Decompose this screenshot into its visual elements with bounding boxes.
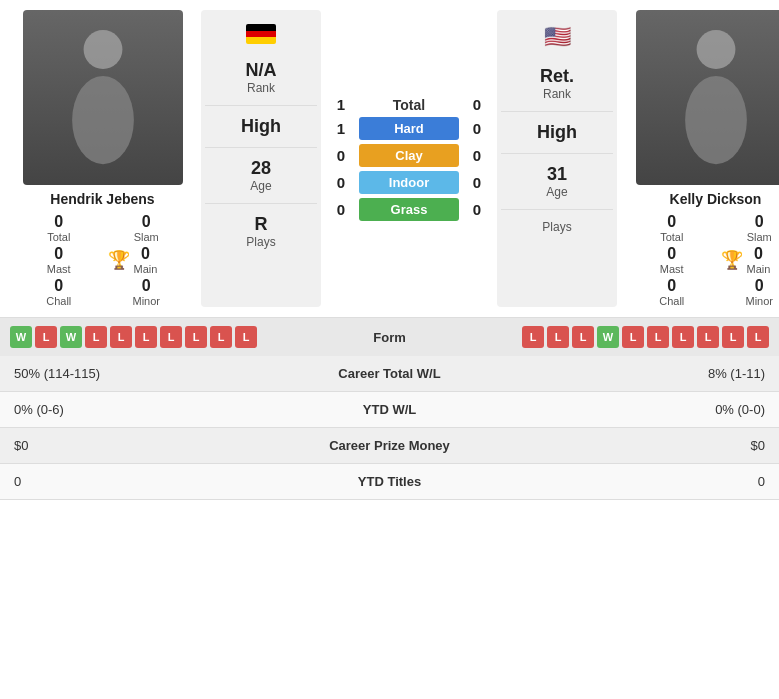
clay-right: 0 [467, 147, 487, 164]
stat-right-val: $0 [522, 428, 779, 464]
player1-plays-val: R [209, 214, 313, 235]
player2-main-val: 0 [754, 245, 763, 263]
player1-trophy-icon: 🏆 [108, 249, 130, 271]
form-badge-p2: L [647, 326, 669, 348]
form-badge-p1: L [185, 326, 207, 348]
player2-name: Kelly Dickson [670, 191, 762, 207]
grass-right: 0 [467, 201, 487, 218]
stat-center-label: Career Prize Money [257, 428, 522, 464]
player2-total-val: 0 [667, 213, 676, 231]
player2-trophy-icon: 🏆 [721, 249, 743, 271]
player2-age-block: 31 Age [501, 154, 613, 210]
stat-center-label: Career Total W/L [257, 356, 522, 392]
player1-total-val: 0 [54, 213, 63, 231]
player2-high-val: High [505, 122, 609, 143]
form-badge-p1: L [135, 326, 157, 348]
stats-row: $0Career Prize Money$0 [0, 428, 779, 464]
stat-center-label: YTD W/L [257, 392, 522, 428]
clay-badge: Clay [359, 144, 459, 167]
form-label: Form [340, 330, 440, 345]
player2-chall-val: 0 [667, 277, 676, 295]
clay-row: 0 Clay 0 [331, 144, 487, 167]
form-badge-p2: L [747, 326, 769, 348]
svg-point-1 [72, 75, 134, 163]
player2-plays-label: Plays [505, 220, 609, 234]
player1-main-label: Main [134, 263, 158, 275]
grass-left: 0 [331, 201, 351, 218]
indoor-left: 0 [331, 174, 351, 191]
player2-mast-val: 0 [667, 245, 676, 263]
hard-row: 1 Hard 0 [331, 117, 487, 140]
player1-rank-block: N/A Rank [205, 50, 317, 106]
form-badge-p2: L [572, 326, 594, 348]
stat-left-val: 50% (114-115) [0, 356, 257, 392]
player1-stats: 0 Total 0 Slam 0 Mast 🏆 0 Main [10, 213, 195, 307]
player1-name: Hendrik Jebens [50, 191, 154, 207]
form-badge-p2: L [622, 326, 644, 348]
form-badge-p1: L [235, 326, 257, 348]
stats-row: 0% (0-6)YTD W/L0% (0-0) [0, 392, 779, 428]
player1-total-label: Total [47, 231, 70, 243]
player2-rank-block: Ret. Rank [501, 56, 613, 112]
player2-chall-label: Chall [659, 295, 684, 307]
player2-main-label: Main [747, 263, 771, 275]
hard-badge: Hard [359, 117, 459, 140]
form-badge-p2: W [597, 326, 619, 348]
player1-age-val: 28 [209, 158, 313, 179]
total-row: 1 Total 0 [331, 96, 487, 113]
player1-age-block: 28 Age [205, 148, 317, 204]
comparison-section: Hendrik Jebens 0 Total 0 Slam 0 Mast 🏆 [0, 0, 779, 317]
total-left: 1 [331, 96, 351, 113]
player1-rank-val: N/A [209, 60, 313, 81]
player1-age-label: Age [209, 179, 313, 193]
form-badge-p1: L [85, 326, 107, 348]
player2-plays-block: Plays [501, 210, 613, 244]
form-badge-p2: L [722, 326, 744, 348]
player2-high-block: High [501, 112, 613, 154]
player2-age-val: 31 [505, 164, 609, 185]
stat-right-val: 0 [522, 464, 779, 500]
player1-mast-label: Mast [47, 263, 71, 275]
svg-point-3 [685, 75, 747, 163]
grass-row: 0 Grass 0 [331, 198, 487, 221]
svg-point-2 [696, 30, 735, 69]
stat-left-val: 0 [0, 464, 257, 500]
form-badge-p1: L [110, 326, 132, 348]
form-badge-p1: L [210, 326, 232, 348]
form-badge-p1: L [35, 326, 57, 348]
player1-plays-block: R Plays [205, 204, 317, 259]
hard-left: 1 [331, 120, 351, 137]
player2-rank-label: Rank [505, 87, 609, 101]
form-badge-p1: L [160, 326, 182, 348]
player1-center-info: N/A Rank High 28 Age R Plays [201, 10, 321, 307]
player2-rank-val: Ret. [505, 66, 609, 87]
player2-slam-label: Slam [747, 231, 772, 243]
player1-flag [246, 24, 276, 44]
player2-stats: 0 Total 0 Slam 0 Mast 🏆 0 Main [623, 213, 779, 307]
player2-minor-val: 0 [755, 277, 764, 295]
player1-high-val: High [209, 116, 313, 137]
player2-card: Kelly Dickson 0 Total 0 Slam 0 Mast 🏆 [623, 10, 779, 307]
player2-total-label: Total [660, 231, 683, 243]
player2-age-label: Age [505, 185, 609, 199]
form-badge-p2: L [522, 326, 544, 348]
stat-left-val: $0 [0, 428, 257, 464]
clay-left: 0 [331, 147, 351, 164]
stat-right-val: 8% (1-11) [522, 356, 779, 392]
stat-right-val: 0% (0-0) [522, 392, 779, 428]
svg-point-0 [83, 30, 122, 69]
stat-left-val: 0% (0-6) [0, 392, 257, 428]
player1-minor-val: 0 [142, 277, 151, 295]
player1-chall-val: 0 [54, 277, 63, 295]
total-label: Total [359, 97, 459, 113]
indoor-right: 0 [467, 174, 487, 191]
player1-plays-label: Plays [209, 235, 313, 249]
player1-high-block: High [205, 106, 317, 148]
stat-center-label: YTD Titles [257, 464, 522, 500]
player2-minor-label: Minor [745, 295, 773, 307]
player2-photo [636, 10, 780, 185]
grass-badge: Grass [359, 198, 459, 221]
player1-photo [23, 10, 183, 185]
scores-area: 1 Total 0 1 Hard 0 0 Clay 0 0 Indoor 0 0 [327, 10, 491, 307]
player1-slam-label: Slam [134, 231, 159, 243]
